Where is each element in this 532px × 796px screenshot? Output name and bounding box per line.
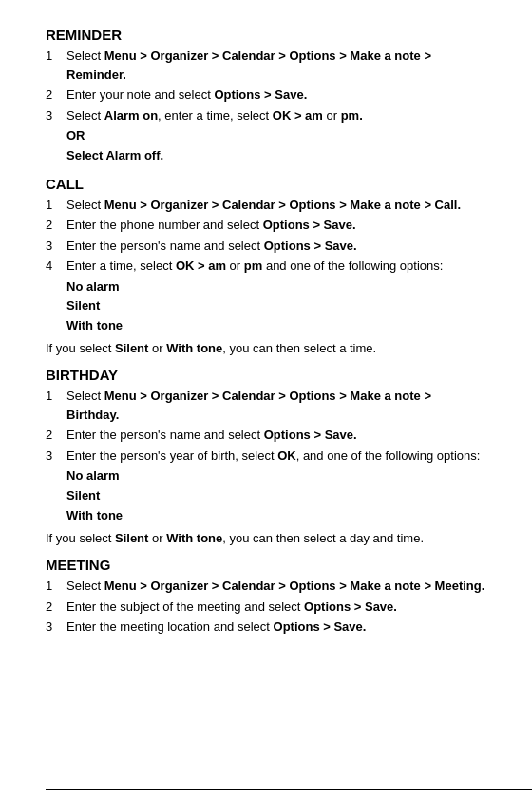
meeting-heading: MEETING	[46, 557, 486, 573]
section-birthday: BIRTHDAY 1 Select Menu > Organizer > Cal…	[46, 367, 486, 547]
step-content: Enter the meeting location and select Op…	[66, 617, 486, 636]
list-item: 2 Enter the person's name and select Opt…	[46, 426, 486, 445]
list-item: 2 Enter the phone number and select Opti…	[46, 216, 486, 235]
section-reminder: REMINDER 1 Select Menu > Organizer > Cal…	[46, 27, 486, 166]
reminder-steps: 1 Select Menu > Organizer > Calendar > O…	[46, 47, 486, 124]
step-num: 2	[46, 85, 66, 104]
step-content: Enter the phone number and select Option…	[66, 216, 486, 235]
step-num: 1	[46, 196, 66, 215]
birthday-heading: BIRTHDAY	[46, 367, 486, 383]
list-item: 3 Enter the person's year of birth, sele…	[46, 446, 486, 465]
reminder-sub: OR Select Alarm off.	[66, 126, 486, 166]
page-footer: Nokia 6010 User Guide 105 Copyright © 20…	[46, 789, 532, 796]
step-num: 2	[46, 426, 66, 445]
step-content: Select Menu > Organizer > Calendar > Opt…	[66, 196, 486, 215]
note-bold: With tone	[166, 531, 222, 545]
step-bold: Menu > Organizer > Calendar > Options > …	[104, 578, 485, 593]
step-bold: Menu > Organizer > Calendar > Options > …	[66, 48, 431, 82]
sub-item: With tone	[66, 316, 486, 336]
list-item: 3 Select Alarm on, enter a time, select …	[46, 106, 486, 125]
step-num: 1	[46, 577, 66, 596]
step-content: Enter the subject of the meeting and sel…	[66, 597, 486, 616]
call-steps: 1 Select Menu > Organizer > Calendar > O…	[46, 196, 486, 275]
call-note: If you select Silent or With tone, you c…	[46, 339, 486, 358]
list-item: 1 Select Menu > Organizer > Calendar > O…	[46, 577, 486, 596]
list-item: 2 Enter the subject of the meeting and s…	[46, 597, 486, 616]
note-bold: Silent	[115, 531, 148, 545]
section-call: CALL 1 Select Menu > Organizer > Calenda…	[46, 176, 486, 358]
step-num: 3	[46, 237, 66, 256]
sub-item: Silent	[66, 296, 486, 316]
call-sub: No alarm Silent With tone	[66, 277, 486, 336]
step-content: Select Menu > Organizer > Calendar > Opt…	[66, 387, 486, 424]
step-content: Enter the person's name and select Optio…	[66, 237, 486, 256]
birthday-steps: 1 Select Menu > Organizer > Calendar > O…	[46, 387, 486, 464]
step-bold: pm	[244, 258, 263, 273]
list-item: 4 Enter a time, select OK > am or pm and…	[46, 256, 486, 275]
sub-bold: Alarm off.	[105, 148, 163, 162]
step-num: 4	[46, 256, 66, 275]
step-bold: pm.	[341, 108, 363, 123]
sub-item: OR	[66, 126, 486, 146]
call-heading: CALL	[46, 176, 486, 192]
step-num: 1	[46, 387, 66, 424]
step-content: Select Alarm on, enter a time, select OK…	[66, 106, 486, 125]
step-num: 3	[46, 446, 66, 465]
section-meeting: MEETING 1 Select Menu > Organizer > Cale…	[46, 557, 486, 636]
list-item: 1 Select Menu > Organizer > Calendar > O…	[46, 47, 486, 84]
meeting-steps: 1 Select Menu > Organizer > Calendar > O…	[46, 577, 486, 636]
step-bold: Options > Save.	[214, 87, 307, 102]
step-content: Select Menu > Organizer > Calendar > Opt…	[66, 577, 486, 596]
note-bold: Silent	[115, 341, 148, 355]
step-num: 2	[46, 216, 66, 235]
list-item: 1 Select Menu > Organizer > Calendar > O…	[46, 387, 486, 424]
step-bold: OK > am	[273, 108, 323, 123]
birthday-note: If you select Silent or With tone, you c…	[46, 529, 486, 548]
step-num: 3	[46, 106, 66, 125]
step-content: Enter the person's name and select Optio…	[66, 426, 486, 445]
list-item: 3 Enter the meeting location and select …	[46, 617, 486, 636]
reminder-heading: REMINDER	[46, 27, 486, 43]
page-wrapper: REMINDER 1 Select Menu > Organizer > Cal…	[46, 27, 486, 796]
sub-item: With tone	[66, 506, 486, 526]
step-bold: Menu > Organizer > Calendar > Options > …	[66, 389, 431, 422]
step-content: Enter the person's year of birth, select…	[66, 446, 486, 465]
step-bold: OK > am	[176, 258, 226, 273]
sub-item: No alarm	[66, 466, 486, 486]
step-content: Select Menu > Organizer > Calendar > Opt…	[66, 47, 486, 84]
step-bold: Options > Save.	[263, 218, 356, 232]
step-bold: Options > Save.	[264, 238, 357, 253]
step-bold: Options > Save.	[264, 427, 357, 442]
birthday-sub: No alarm Silent With tone	[66, 466, 486, 525]
step-bold: OK	[277, 448, 296, 463]
step-bold: Menu > Organizer > Calendar > Options > …	[104, 198, 461, 212]
step-bold: Alarm on	[104, 108, 158, 123]
sub-item: Silent	[66, 486, 486, 506]
list-item: 3 Enter the person's name and select Opt…	[46, 237, 486, 256]
step-num: 2	[46, 597, 66, 616]
step-num: 3	[46, 617, 66, 636]
step-content: Enter your note and select Options > Sav…	[66, 85, 486, 104]
note-bold: With tone	[166, 341, 222, 355]
list-item: 2 Enter your note and select Options > S…	[46, 85, 486, 104]
list-item: 1 Select Menu > Organizer > Calendar > O…	[46, 196, 486, 215]
step-bold: Options > Save.	[304, 599, 397, 614]
step-num: 1	[46, 47, 66, 84]
sub-item: No alarm	[66, 277, 486, 297]
step-bold: Options > Save.	[274, 619, 367, 634]
sub-item: Select Alarm off.	[66, 146, 486, 166]
step-content: Enter a time, select OK > am or pm and o…	[66, 256, 486, 275]
